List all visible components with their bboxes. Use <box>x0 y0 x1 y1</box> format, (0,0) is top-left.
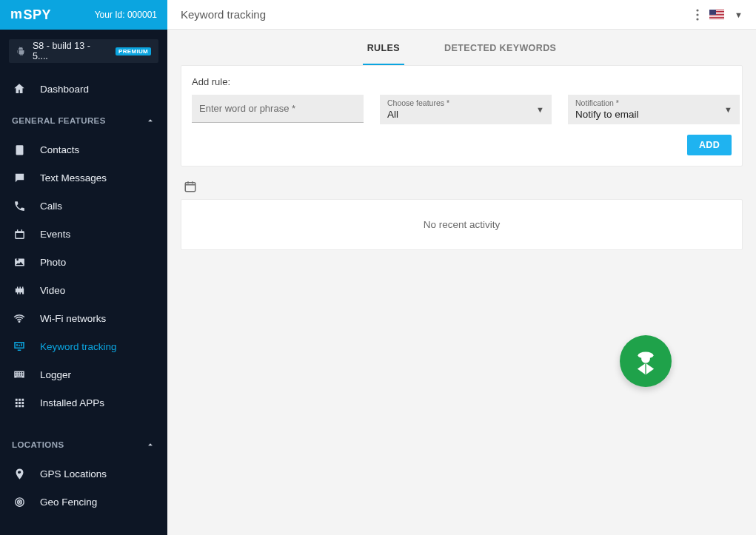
add-rule-card: Add rule: Choose features * All ▼ <box>181 65 743 166</box>
sidebar-item-label: Photo <box>40 257 66 268</box>
add-button[interactable]: ADD <box>687 135 732 155</box>
keyboard-icon <box>12 367 27 382</box>
features-select[interactable]: Choose features * All ▼ <box>380 95 552 124</box>
sidebar-item-label: Logger <box>40 369 71 380</box>
more-menu[interactable] <box>696 9 699 21</box>
phone-icon <box>12 198 27 213</box>
section-general-features[interactable]: GENERAL FEATURES <box>0 106 167 135</box>
home-icon <box>12 81 27 96</box>
sidebar-item-photo[interactable]: Photo <box>0 248 167 276</box>
tabs: RULES DETECTED KEYWORDS <box>181 30 743 65</box>
sidebar-item-contacts[interactable]: Contacts <box>0 135 167 164</box>
language-dropdown[interactable]: ▼ <box>735 10 743 19</box>
sidebar-item-label: Keyword tracking <box>40 341 117 352</box>
clipboard-icon <box>12 142 27 157</box>
sidebar-item-label: Calls <box>40 201 62 212</box>
topbar: Keyword tracking ▼ <box>167 0 756 30</box>
sidebar-item-dashboard[interactable]: Dashboard <box>0 75 167 103</box>
main: Keyword tracking ▼ RULES DETECTED KEYWOR… <box>167 0 756 535</box>
image-icon <box>12 255 27 269</box>
sidebar-item-keyword-tracking[interactable]: Keyword tracking <box>0 332 167 360</box>
monitor-icon <box>12 339 27 354</box>
sidebar-item-text-messages[interactable]: Text Messages <box>0 164 167 192</box>
sidebar-item-events[interactable]: Events <box>0 220 167 248</box>
device-selector[interactable]: S8 - build 13 - 5.... PREMIUM <box>9 39 158 63</box>
brand-logo: mSPY <box>10 7 51 23</box>
sidebar: mSPY Your Id: 000001 S8 - build 13 - 5..… <box>0 0 167 535</box>
date-picker[interactable] <box>184 180 743 193</box>
user-id: Your Id: 000001 <box>95 10 157 20</box>
sidebar-item-label: Text Messages <box>40 172 107 184</box>
chevron-down-icon: ▼ <box>724 105 732 114</box>
sidebar-item-label: Geo Fencing <box>40 497 97 508</box>
svg-point-3 <box>697 9 699 11</box>
sidebar-item-label: GPS Locations <box>40 468 107 480</box>
section-locations[interactable]: LOCATIONS <box>0 430 167 460</box>
sidebar-item-label: Video <box>40 285 65 296</box>
add-rule-title: Add rule: <box>192 76 732 87</box>
tab-rules[interactable]: RULES <box>363 34 404 65</box>
sidebar-item-label: Events <box>40 229 70 240</box>
tab-detected-keywords[interactable]: DETECTED KEYWORDS <box>440 34 561 65</box>
svg-point-4 <box>697 13 699 16</box>
film-icon <box>12 283 27 297</box>
sidebar-item-gps-locations[interactable]: GPS Locations <box>0 460 167 488</box>
sidebar-item-wi-fi-networks[interactable]: Wi-Fi networks <box>0 304 167 332</box>
wifi-icon <box>12 311 27 326</box>
sidebar-item-geo-fencing[interactable]: Geo Fencing <box>0 488 167 516</box>
svg-point-5 <box>697 18 699 20</box>
sidebar-item-video[interactable]: Video <box>0 276 167 304</box>
help-fab[interactable] <box>620 335 672 387</box>
sidebar-topbar: mSPY Your Id: 000001 <box>0 0 167 30</box>
agent-icon <box>630 346 661 377</box>
activity-empty-text: No recent activity <box>424 219 501 230</box>
notification-select[interactable]: Notification * Notify to email ▼ <box>568 95 740 124</box>
svg-point-2 <box>19 501 19 502</box>
chevron-up-icon <box>145 440 155 450</box>
sidebar-item-installed-apps[interactable]: Installed APPs <box>0 388 167 417</box>
page-title: Keyword tracking <box>181 8 266 21</box>
grid-icon <box>12 395 27 410</box>
word-input[interactable] <box>192 95 364 123</box>
sidebar-item-label: Dashboard <box>40 84 89 95</box>
flag-us-icon[interactable] <box>709 10 724 19</box>
pin-icon <box>12 466 27 481</box>
target-icon <box>12 494 27 509</box>
svg-point-8 <box>641 354 650 363</box>
chevron-down-icon: ▼ <box>536 105 544 114</box>
svg-rect-6 <box>185 183 195 192</box>
message-icon <box>12 170 27 185</box>
sidebar-item-label: Installed APPs <box>40 397 104 408</box>
calendar-icon <box>12 226 27 241</box>
premium-badge: PREMIUM <box>116 47 151 55</box>
activity-card: No recent activity <box>181 199 743 250</box>
device-name: S8 - build 13 - 5.... <box>33 41 108 61</box>
sidebar-item-calls[interactable]: Calls <box>0 192 167 220</box>
sidebar-item-label: Contacts <box>40 144 79 155</box>
sidebar-item-logger[interactable]: Logger <box>0 360 167 388</box>
sidebar-item-label: Wi-Fi networks <box>40 313 106 324</box>
android-icon <box>16 46 25 56</box>
chevron-up-icon <box>145 115 155 126</box>
